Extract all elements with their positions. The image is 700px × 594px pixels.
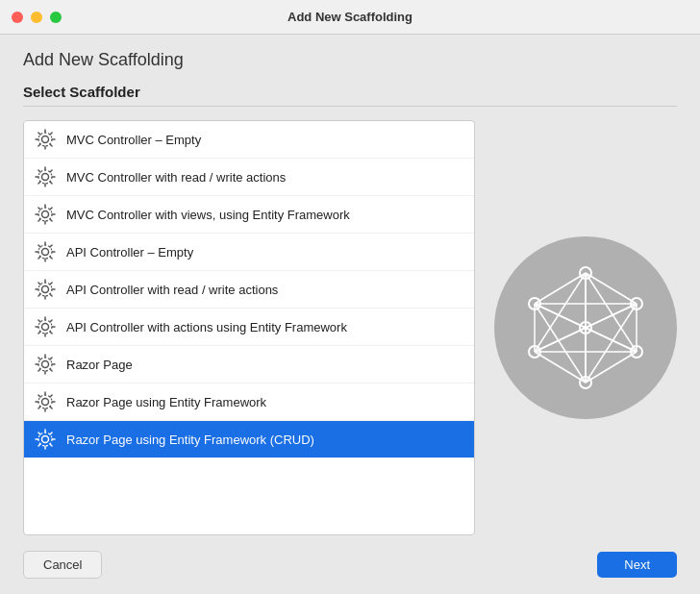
svg-point-14 [42,399,49,406]
svg-line-25 [586,273,637,304]
scaffold-icon [34,165,57,188]
list-item-label: Razor Page [66,358,133,372]
list-item[interactable]: API Controller with read / write actions [24,271,474,309]
scaffold-icon [34,315,57,338]
list-item-label: API Controller with actions using Entity… [66,320,347,334]
list-item[interactable]: Razor Page using Entity Framework (CRUD) [24,421,474,458]
list-item[interactable]: MVC Controller – Empty [24,121,474,159]
svg-point-4 [42,211,49,218]
minimize-button[interactable] [31,12,42,23]
list-item[interactable]: API Controller with actions using Entity… [24,309,474,346]
maximize-button[interactable] [50,12,62,23]
list-item-label: API Controller with read / write actions [66,283,278,297]
list-item[interactable]: MVC Controller with views, using Entity … [24,196,474,234]
scaffold-icon [34,390,57,413]
content-area: MVC Controller – Empty MVC Controller wi… [23,120,677,535]
list-item-label: API Controller – Empty [66,245,193,260]
list-item-label: MVC Controller – Empty [66,133,201,147]
svg-point-2 [42,174,49,181]
list-item[interactable]: MVC Controller with read / write actions [24,159,474,196]
scaffold-icon [34,128,57,151]
network-preview-svg [513,256,658,400]
list-item-label: Razor Page using Entity Framework (CRUD) [66,433,314,447]
section-label: Select Scaffolder [23,84,677,100]
svg-point-8 [42,286,49,293]
list-item[interactable]: API Controller – Empty [24,234,474,271]
svg-point-6 [42,249,49,256]
scaffold-icon [34,278,57,301]
list-item[interactable]: Razor Page using Entity Framework [24,384,474,421]
preview-panel [494,120,677,535]
scaffolder-list[interactable]: MVC Controller – Empty MVC Controller wi… [23,120,475,535]
svg-point-12 [42,361,49,368]
scaffold-icon [34,428,57,451]
svg-point-16 [42,436,49,443]
window-title: Add New Scaffolding [288,10,412,24]
window-controls[interactable] [12,12,62,23]
list-item-label: MVC Controller with views, using Entity … [66,208,350,222]
window-body: Add New Scaffolding Select Scaffolder MV… [0,35,700,594]
next-button[interactable]: Next [597,552,677,578]
close-button[interactable] [12,12,23,23]
svg-point-10 [42,324,49,331]
svg-line-36 [586,352,637,383]
section-divider [23,106,677,107]
svg-point-0 [42,136,49,143]
svg-line-40 [535,352,586,383]
list-item-label: Razor Page using Entity Framework [66,395,266,409]
preview-circle [494,236,677,419]
title-bar: Add New Scaffolding [0,0,700,35]
footer: Cancel Next [23,535,677,579]
scaffold-icon [34,203,57,226]
page-heading: Add New Scaffolding [23,50,677,70]
list-item-label: MVC Controller with read / write actions [66,170,286,185]
scaffold-icon [34,353,57,376]
cancel-button[interactable]: Cancel [23,551,102,579]
svg-line-29 [535,273,586,304]
list-item[interactable]: Razor Page [24,346,474,384]
scaffold-icon [34,240,57,263]
